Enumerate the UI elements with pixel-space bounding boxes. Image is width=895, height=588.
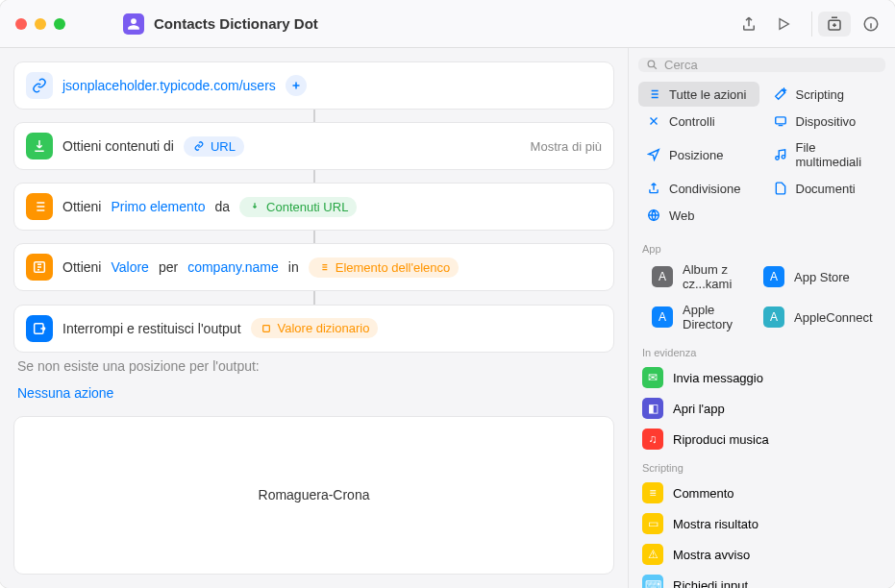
stop-output-action[interactable]: Interrompi e restituisci l'output Valore… <box>13 305 614 353</box>
svg-rect-6 <box>775 117 785 124</box>
app-item[interactable]: AAlbum z cz...kami <box>638 258 746 295</box>
link-mini-icon <box>192 139 206 153</box>
list-icon <box>26 193 53 220</box>
fullscreen-window-button[interactable] <box>54 18 65 30</box>
category-dispositivo[interactable]: Dispositivo <box>765 109 886 134</box>
action-item[interactable]: ✉︎Invia messaggio <box>636 362 887 393</box>
add-url-button[interactable] <box>286 75 307 96</box>
item-selector[interactable]: Primo elemento <box>111 199 205 214</box>
app-icon: A <box>763 266 784 287</box>
action-icon: ≡ <box>642 482 663 503</box>
category-file-multimediali[interactable]: File multimediali <box>765 135 886 174</box>
svg-rect-4 <box>262 325 269 331</box>
action-icon: ⌨ <box>642 575 663 588</box>
scripting-section-header: Scripting <box>629 454 895 478</box>
dict-mini-icon <box>260 322 273 335</box>
action-item[interactable]: ◧Apri l'app <box>636 393 887 424</box>
category-condivisione[interactable]: Condivisione <box>638 176 759 201</box>
show-more-button[interactable]: Mostra di più <box>531 139 602 154</box>
app-section-header: App <box>629 235 895 258</box>
workflow-canvas: jsonplaceholder.typicode.com/users Ottie… <box>0 48 628 588</box>
close-window-button[interactable] <box>15 18 27 30</box>
action-icon: ▭ <box>642 513 663 534</box>
category-grid: Tutte le azioniScriptingControlliDisposi… <box>629 80 895 235</box>
url-action[interactable]: jsonplaceholder.typicode.com/users <box>13 61 614 110</box>
action-icon: ♫ <box>642 429 663 450</box>
category-web[interactable]: Web <box>638 203 759 228</box>
info-icon[interactable] <box>862 15 880 33</box>
share-icon <box>646 181 661 196</box>
category-documenti[interactable]: Documenti <box>765 176 886 201</box>
get-value-action[interactable]: Ottieni Valore per company.name in Eleme… <box>13 243 614 291</box>
category-tutte-le-azioni[interactable]: Tutte le azioni <box>638 82 759 107</box>
app-item[interactable]: AApp Store <box>750 258 886 295</box>
app-item[interactable]: AAppleConnect <box>750 299 886 335</box>
action-item[interactable]: ≡Commento <box>636 478 887 508</box>
app-icon: A <box>652 306 673 328</box>
list-item-token[interactable]: Elemento dell'elenco <box>309 257 460 278</box>
dictionary-value-token[interactable]: Valore dizionario <box>251 318 379 338</box>
globe-icon <box>646 208 661 223</box>
get-contents-label: Ottieni contenuti di <box>62 138 174 154</box>
get-contents-action[interactable]: Ottieni contenuti di URL Mostra di più <box>13 122 614 170</box>
doc-icon <box>773 181 788 196</box>
action-icon: ◧ <box>642 398 663 419</box>
dictionary-icon <box>26 254 53 281</box>
download-icon <box>26 133 53 159</box>
app-item[interactable]: AApple Directory <box>638 299 746 335</box>
apps-grid: AAlbum z cz...kamiAApp StoreAApple Direc… <box>629 258 895 339</box>
value-selector[interactable]: Valore <box>111 259 148 275</box>
list-icon <box>646 86 661 102</box>
key-field[interactable]: company.name <box>187 259 279 275</box>
action-icon: ⚠ <box>642 544 663 565</box>
share-icon[interactable] <box>740 15 758 33</box>
app-icon: A <box>652 266 673 287</box>
url-token[interactable]: URL <box>184 136 244 157</box>
action-item[interactable]: ▭Mostra risultato <box>636 508 887 539</box>
device-icon <box>773 113 788 129</box>
x-icon <box>646 113 661 129</box>
get-item-action[interactable]: Ottieni Primo elemento da Contenuti URL <box>13 183 614 231</box>
window-title: Contacts Dictionary Dot <box>154 15 740 32</box>
evidenza-section-header: In evidenza <box>629 339 895 362</box>
link-icon <box>26 72 53 99</box>
search-input[interactable]: Cerca <box>638 58 885 72</box>
evidenza-list: ✉︎Invia messaggio◧Apri l'app♫Riproduci m… <box>629 362 895 454</box>
none-action-button[interactable]: Nessuna azione <box>13 381 614 410</box>
action-item[interactable]: ♫Riproduci musica <box>636 424 887 454</box>
category-controlli[interactable]: Controlli <box>638 109 759 134</box>
source-token[interactable]: Contenuti URL <box>239 197 357 217</box>
action-item[interactable]: ⌨Richiedi input <box>636 570 887 588</box>
action-icon: ✉︎ <box>642 367 663 388</box>
category-posizione[interactable]: Posizione <box>638 135 759 174</box>
shortcut-icon <box>123 13 144 35</box>
scripting-list: ≡Commento▭Mostra risultato⚠Mostra avviso… <box>629 478 895 588</box>
titlebar: Contacts Dictionary Dot <box>0 0 895 48</box>
svg-point-5 <box>648 61 655 66</box>
wand-icon <box>773 86 788 102</box>
action-item[interactable]: ⚠Mostra avviso <box>636 539 887 570</box>
nav-icon <box>646 147 661 162</box>
category-scripting[interactable]: Scripting <box>765 82 886 107</box>
url-value[interactable]: jsonplaceholder.typicode.com/users <box>62 78 276 93</box>
run-icon[interactable] <box>775 15 792 33</box>
actions-sidebar: Cerca Tutte le azioniScriptingControlliD… <box>628 48 895 588</box>
download-mini-icon <box>248 200 261 213</box>
window-controls <box>15 18 65 30</box>
library-button[interactable] <box>818 12 851 37</box>
output-helper-text: Se non esiste una posizione per l'output… <box>17 358 610 374</box>
result-text: Romaguera-Crona <box>259 487 370 502</box>
list-mini-icon <box>317 260 331 274</box>
output-icon <box>26 315 53 342</box>
app-icon: A <box>763 306 784 328</box>
minimize-window-button[interactable] <box>35 18 46 30</box>
music-icon <box>773 147 788 162</box>
result-preview: Romaguera-Crona <box>13 416 614 575</box>
search-icon <box>646 59 659 71</box>
